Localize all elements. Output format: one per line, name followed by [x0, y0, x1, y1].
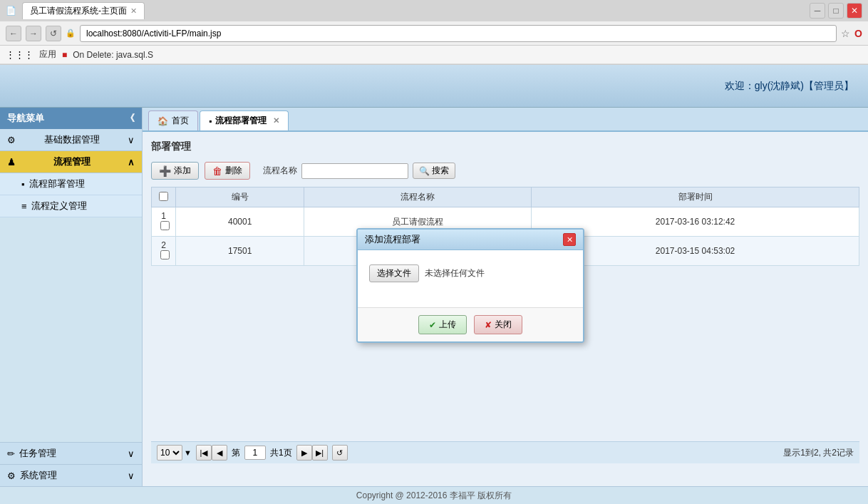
search-field-label: 流程名称	[263, 165, 297, 177]
home-icon: 🏠	[157, 116, 168, 126]
minimize-btn[interactable]: ─	[810, 3, 825, 19]
delete-icon: 🗑	[212, 165, 222, 177]
last-page-btn[interactable]: ▶|	[312, 445, 328, 461]
sys-icon: ⚙	[7, 470, 16, 481]
dialog-close-btn[interactable]: ✕	[563, 233, 576, 246]
back-btn[interactable]: ←	[6, 26, 21, 41]
bookmark-error[interactable]: On Delete: java.sql.S	[73, 50, 153, 60]
page-icon: 📄	[6, 6, 16, 16]
sidebar-item-deploy-icon: ▪	[21, 179, 25, 190]
upload-label: 上传	[439, 319, 456, 331]
total-pages: 共1页	[270, 447, 292, 459]
search-row: 流程名称 🔍 搜索	[263, 163, 455, 179]
tab-deploy-close[interactable]: ✕	[273, 116, 279, 125]
sidebar-sys-mgmt[interactable]: ⚙ 系统管理 ∨	[0, 464, 142, 486]
sidebar-item-define-icon: ≡	[21, 201, 27, 212]
sidebar-title: 导航菜单	[7, 112, 44, 125]
upload-btn[interactable]: ✔ 上传	[418, 315, 467, 334]
tab-deploy-label: 流程部署管理	[215, 115, 267, 127]
sidebar-section-basic-icon: ⚙	[7, 135, 16, 145]
opera-icon[interactable]: O	[854, 28, 862, 39]
tab-home[interactable]: 🏠 首页	[148, 110, 198, 130]
browser-tab[interactable]: 员工请假流程系统-主页面 ✕	[22, 2, 145, 19]
sidebar-collapse-icon[interactable]: 《	[125, 112, 135, 125]
sidebar-task-label: 任务管理	[19, 447, 56, 460]
sidebar-section-basic-header[interactable]: ⚙ 基础数据管理 ∨	[0, 129, 142, 151]
lock-icon: 🔒	[66, 29, 76, 38]
sidebar-section-workflow: ♟ 流程管理 ∧ ▪ 流程部署管理 ≡ 流程定义管理	[0, 151, 142, 217]
task-chevron: ∨	[128, 448, 135, 459]
bookmark-apps[interactable]: 应用	[39, 48, 56, 61]
address-bar[interactable]	[80, 25, 837, 42]
forward-btn[interactable]: →	[26, 26, 41, 41]
window-close-btn[interactable]: ✕	[847, 3, 862, 19]
sidebar-section-workflow-header[interactable]: ♟ 流程管理 ∧	[0, 151, 142, 173]
tab-title: 员工请假流程系统-主页面	[30, 5, 127, 17]
page-number-input[interactable]	[244, 446, 266, 460]
toolbar: ➕ 添加 🗑 删除 流程名称 🔍 搜索	[151, 162, 859, 180]
row1-seq: 1	[161, 211, 166, 221]
sidebar-sys-label: 系统管理	[20, 469, 57, 482]
search-label: 搜索	[432, 165, 449, 177]
dialog-titlebar: 添加流程部署 ✕	[358, 230, 583, 250]
close-dialog-btn[interactable]: ✘ 关闭	[474, 315, 522, 334]
search-button[interactable]: 🔍 搜索	[413, 163, 455, 179]
search-input[interactable]	[301, 163, 408, 179]
delete-button[interactable]: 🗑 删除	[205, 162, 250, 180]
bookmark-star-icon[interactable]: ☆	[841, 28, 850, 39]
file-name-display: 未选择任何文件	[425, 267, 485, 279]
sidebar-task-mgmt[interactable]: ✏ 任务管理 ∨	[0, 442, 142, 464]
first-page-btn[interactable]: |◀	[196, 445, 212, 461]
copyright-text: Copyright @ 2012-2016 李福平 版权所有	[356, 490, 512, 500]
close-x-icon: ✘	[485, 320, 492, 330]
col-id-header: 编号	[176, 187, 304, 207]
browser-titlebar: 📄 员工请假流程系统-主页面 ✕ ─ □ ✕	[0, 0, 868, 21]
choose-file-btn[interactable]: 选择文件	[369, 264, 419, 282]
page-size-select[interactable]: 10	[157, 445, 182, 461]
welcome-text: 欢迎：gly(沈静斌)【管理员】	[725, 80, 854, 93]
bookmarks-bar: ⋮⋮⋮ 应用 ■ On Delete: java.sql.S	[0, 46, 868, 64]
section-title: 部署管理	[151, 140, 859, 156]
sidebar-item-define[interactable]: ≡ 流程定义管理	[0, 195, 142, 217]
row1-checkbox[interactable]	[160, 221, 170, 230]
refresh-table-btn[interactable]: ↺	[332, 445, 348, 461]
tabs-bar: 🏠 首页 ▪ 流程部署管理 ✕	[143, 108, 868, 132]
dialog-body: 选择文件 未选择任何文件	[358, 250, 583, 307]
sidebar-item-deploy-label: 流程部署管理	[29, 178, 85, 190]
search-icon: 🔍	[419, 166, 430, 176]
row2-id: 17501	[176, 237, 304, 266]
sidebar-section-workflow-icon: ♟	[7, 157, 16, 168]
maximize-btn[interactable]: □	[828, 3, 844, 19]
row2-checkbox[interactable]	[160, 250, 170, 259]
add-label: 添加	[174, 165, 191, 177]
tab-close-icon[interactable]: ✕	[130, 6, 137, 16]
dialog-title: 添加流程部署	[365, 233, 420, 246]
deploy-tab-icon: ▪	[209, 116, 212, 126]
sidebar-section-basic: ⚙ 基础数据管理 ∨	[0, 129, 142, 151]
add-icon: ➕	[159, 165, 171, 177]
sidebar-section-workflow-chevron: ∧	[128, 157, 135, 168]
sidebar-header: 导航菜单 《	[0, 108, 142, 129]
apps-grid-icon[interactable]: ⋮⋮⋮	[6, 49, 33, 60]
sidebar-section-basic-label: 基础数据管理	[44, 133, 100, 146]
prev-page-btn[interactable]: ◀	[212, 445, 227, 461]
sidebar-item-define-label: 流程定义管理	[31, 200, 87, 212]
pagination-bar: 10 ▼ |◀ ◀ 第 共1页 ▶ ▶| ↺ 显示1到2, 共2记录	[151, 441, 859, 463]
sidebar-item-deploy[interactable]: ▪ 流程部署管理	[0, 173, 142, 195]
next-page-btn[interactable]: ▶	[296, 445, 312, 461]
page-text: 第	[232, 447, 240, 459]
app-footer: Copyright @ 2012-2016 李福平 版权所有	[0, 486, 868, 504]
app-header: 欢迎：gly(沈静斌)【管理员】	[0, 65, 868, 108]
tab-home-label: 首页	[172, 115, 189, 127]
row1-num: 1	[152, 207, 176, 237]
row1-id: 40001	[176, 207, 304, 237]
select-all-checkbox[interactable]	[159, 192, 168, 201]
row2-num: 2	[152, 237, 176, 266]
add-button[interactable]: ➕ 添加	[151, 162, 199, 180]
refresh-browser-btn[interactable]: ↺	[46, 26, 61, 41]
tab-deploy[interactable]: ▪ 流程部署管理 ✕	[200, 110, 289, 130]
sidebar: 导航菜单 《 ⚙ 基础数据管理 ∨ ♟ 流程管理 ∧ ▪ 流程部署管理	[0, 108, 143, 486]
dialog-footer: ✔ 上传 ✘ 关闭	[358, 307, 583, 341]
browser-toolbar: ← → ↺ 🔒 ☆ O	[0, 21, 868, 46]
record-info: 显示1到2, 共2记录	[783, 447, 854, 459]
